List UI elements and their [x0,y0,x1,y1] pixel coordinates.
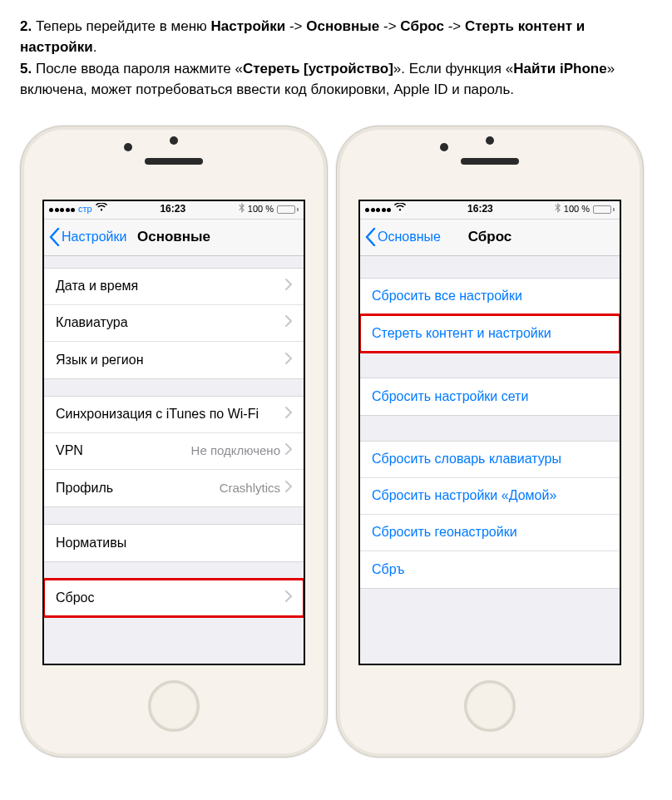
settings-group: Сброс [44,579,304,617]
step-number: 2. [20,18,32,34]
reset-list[interactable]: Сбросить все настройки Стереть контент и… [360,256,620,664]
row-reset-keyboard-dict[interactable]: Сбросить словарь клавиатуры [360,442,620,478]
chevron-right-icon [285,404,292,423]
row-reset-home[interactable]: Сбросить настройки «Домой» [360,478,620,515]
instructions-block: 2. Теперь перейдите в меню Настройки -> … [20,17,652,101]
signal-dots-icon [365,208,391,212]
chevron-right-icon [285,478,292,497]
speaker-slot [145,158,203,165]
row-value: Не подключено [191,442,280,460]
chevron-left-icon [49,228,60,246]
settings-group: Сбросить все настройки Стереть контент и… [360,278,620,353]
battery-icon [593,205,615,214]
chevron-left-icon [365,228,376,246]
settings-group: Нормативы [44,524,304,562]
row-reset[interactable]: Сброс [44,580,304,616]
settings-group: Дата и время Клавиатура Язык и регион [44,268,304,379]
row-profile[interactable]: Профиль Crashlytics [44,470,304,506]
step-number: 5. [20,61,32,77]
iphone-left: стр 16:23 100 % [20,126,328,758]
screen-right: 16:23 100 % Основные Сброс [358,200,621,665]
battery-percent: 100 % [248,203,274,216]
nav-back-button[interactable]: Настройки [49,227,126,246]
chevron-right-icon [285,350,292,369]
signal-dots-icon [49,208,75,212]
speaker-slot [461,158,519,165]
carrier-label: стр [78,203,92,216]
row-reset-truncated[interactable]: Сбръ [360,551,620,588]
chevron-right-icon [285,276,292,295]
home-button[interactable] [464,680,516,732]
iphone-right: 16:23 100 % Основные Сброс [336,126,644,758]
row-reset-location[interactable]: Сбросить геонастройки [360,515,620,551]
row-keyboard[interactable]: Клавиатура [44,305,304,342]
wifi-icon [394,201,406,215]
nav-back-button[interactable]: Основные [365,227,441,246]
chevron-right-icon [285,588,292,607]
status-time: 16:23 [467,202,493,216]
wifi-icon [96,201,107,215]
settings-group: Сбросить словарь клавиатуры Сбросить нас… [360,441,620,589]
phones-container: стр 16:23 100 % [20,126,652,758]
bluetooth-icon [555,203,561,217]
nav-back-label: Основные [378,227,441,246]
home-button[interactable] [148,680,200,732]
nav-bar: Основные Сброс [360,220,620,256]
row-value: Crashlytics [220,479,280,497]
bluetooth-icon [239,203,245,217]
nav-back-label: Настройки [62,227,126,246]
sensor-dot [170,136,178,145]
row-date-time[interactable]: Дата и время [44,269,304,305]
sensor-dot [486,136,494,145]
row-reset-all-settings[interactable]: Сбросить все настройки [360,279,620,315]
row-language-region[interactable]: Язык и регион [44,342,304,378]
row-regulatory[interactable]: Нормативы [44,525,304,561]
status-bar: 16:23 100 % [360,201,620,220]
battery-icon [277,205,299,214]
camera-dot [440,143,448,151]
settings-group: Сбросить настройки сети [360,378,620,416]
row-vpn[interactable]: VPN Не подключено [44,433,304,470]
screen-left: стр 16:23 100 % [42,200,305,665]
status-bar: стр 16:23 100 % [44,201,304,220]
nav-title: Основные [137,227,210,248]
row-itunes-wifi[interactable]: Синхронизация с iTunes по Wi-Fi [44,397,304,433]
phone-top [21,126,327,200]
status-time: 16:23 [160,202,185,216]
settings-list[interactable]: Дата и время Клавиатура Язык и регион Си [44,256,304,664]
chevron-right-icon [285,441,292,460]
nav-title: Сброс [468,227,512,248]
nav-bar: Настройки Основные [44,220,304,256]
phone-top [337,126,643,200]
settings-group: Синхронизация с iTunes по Wi-Fi VPN Не п… [44,396,304,507]
chevron-right-icon [285,313,292,332]
row-erase-content[interactable]: Стереть контент и настройки [360,315,620,352]
row-reset-network[interactable]: Сбросить настройки сети [360,378,620,415]
battery-percent: 100 % [564,203,590,216]
camera-dot [124,143,132,151]
